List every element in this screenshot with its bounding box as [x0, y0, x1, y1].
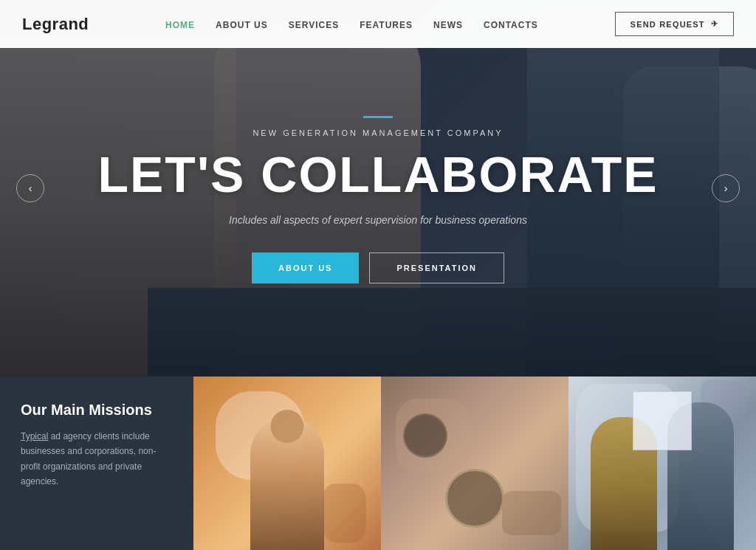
nav-item-contacts[interactable]: CONTACTS: [484, 18, 538, 31]
send-request-button[interactable]: SEND REQUEST ✈: [615, 12, 734, 36]
nav-link-services[interactable]: SERVICES: [289, 20, 339, 30]
nav-item-services[interactable]: SERVICES: [289, 18, 339, 31]
missions-text: Typical ad agency clients include busine…: [21, 429, 173, 489]
nav-item-news[interactable]: NEWS: [433, 18, 463, 31]
image-panel-3: [568, 377, 756, 550]
image-panel-2: [381, 377, 568, 550]
hero-subtitle: NEW GENERATION MANAGEMENT COMPANY: [252, 128, 503, 137]
nav-item-about[interactable]: ABOUT US: [216, 18, 268, 31]
image-panels: [193, 377, 756, 550]
nav-item-features[interactable]: FEATURES: [360, 18, 413, 31]
hero-title: LET'S COLLABORATE: [97, 149, 658, 199]
nav-link-features[interactable]: FEATURES: [360, 20, 413, 30]
woman-figure: [250, 417, 324, 550]
hero-prev-arrow[interactable]: ‹: [16, 174, 44, 202]
hero-section: NEW GENERATION MANAGEMENT COMPANY LET'S …: [0, 0, 756, 377]
image-panel-1: [193, 377, 381, 550]
nav-link-contacts[interactable]: CONTACTS: [484, 20, 538, 30]
hero-description: Includes all aspects of expert supervisi…: [229, 214, 527, 226]
chevron-left-icon: ‹: [29, 182, 32, 194]
woman-head: [271, 410, 304, 443]
chevron-right-icon: ›: [724, 182, 728, 194]
hero-content: NEW GENERATION MANAGEMENT COMPANY LET'S …: [0, 0, 756, 377]
nav-item-home[interactable]: HOME: [165, 18, 195, 31]
missions-panel: Our Main Missions Typical ad agency clie…: [0, 377, 193, 550]
watch-shape: [445, 469, 504, 528]
send-icon: ✈: [711, 19, 718, 29]
bottom-section: Our Main Missions Typical ad agency clie…: [0, 377, 756, 550]
hero-next-arrow[interactable]: ›: [712, 174, 740, 202]
missions-heading: Our Main Missions: [21, 402, 173, 419]
camera-lens: [403, 413, 447, 458]
decorative-shape-2: [322, 484, 366, 543]
brand-logo[interactable]: Legrand: [22, 15, 89, 34]
nav-link-home[interactable]: HOME: [165, 20, 195, 30]
nav-links: HOME ABOUT US SERVICES FEATURES NEWS CON…: [165, 18, 538, 31]
about-us-button[interactable]: ABOUT US: [252, 252, 359, 283]
nav-link-news[interactable]: NEWS: [433, 20, 463, 30]
hero-accent-line: [363, 116, 393, 118]
navbar: Legrand HOME ABOUT US SERVICES FEATURES …: [0, 0, 756, 48]
nav-link-about[interactable]: ABOUT US: [216, 20, 268, 30]
decorative-shape-4: [502, 491, 561, 535]
whiteboard-shape: [633, 391, 692, 450]
presentation-button[interactable]: PRESENTATION: [369, 252, 504, 283]
hero-buttons: ABOUT US PRESENTATION: [252, 252, 504, 283]
